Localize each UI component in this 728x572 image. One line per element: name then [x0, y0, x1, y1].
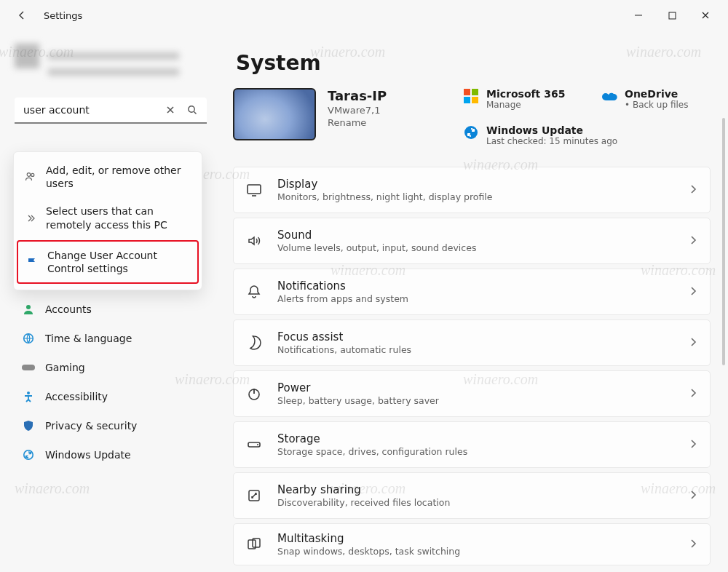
search-suggestion[interactable]: Add, edit, or remove other users: [14, 156, 202, 197]
x-icon: [166, 106, 175, 114]
settings-item-nearby[interactable]: Nearby sharingDiscoverability, received …: [233, 472, 711, 519]
settings-item-power[interactable]: PowerSleep, battery usage, battery saver: [233, 370, 711, 417]
suggestion-label: Select users that can remotely access th…: [46, 204, 191, 231]
settings-item-focus[interactable]: Focus assistNotifications, automatic rul…: [233, 319, 711, 366]
notifications-icon: [244, 282, 264, 302]
item-title: Storage: [277, 432, 689, 445]
device-name: Taras-IP: [328, 88, 387, 103]
nav-label: Gaming: [45, 362, 85, 373]
suggestion-label: Add, edit, or remove other users: [46, 164, 191, 190]
nav-label: Accessibility: [45, 391, 108, 402]
nav-item-accessibility[interactable]: Accessibility: [15, 383, 207, 410]
device-model: VMware7,1: [328, 105, 387, 116]
nav-list: Apps Accounts Time & language Gaming: [15, 266, 207, 469]
item-title: Power: [277, 381, 689, 394]
svg-point-1: [189, 106, 194, 112]
item-subtitle: Notifications, automatic rules: [277, 344, 689, 355]
window-maximize-button[interactable]: [655, 4, 689, 27]
item-subtitle: Monitors, brightness, night light, displ…: [277, 191, 689, 202]
chevron-right-icon: [689, 184, 697, 196]
globe-icon: [22, 332, 35, 345]
device-info: Taras-IP VMware7,1 Rename: [328, 88, 387, 128]
device-row: Taras-IP VMware7,1 Rename Mic: [233, 88, 711, 146]
svg-rect-9: [464, 89, 470, 95]
nav-label: Time & language: [45, 333, 132, 344]
nav-label: Privacy & security: [45, 420, 137, 432]
sidebar: Add, edit, or remove other users Select …: [0, 31, 215, 572]
suggestion-label: Change User Account Control settings: [47, 249, 190, 275]
multitask-icon: [244, 534, 264, 555]
chevron-right-icon: [689, 337, 697, 349]
window-close-button[interactable]: [689, 4, 722, 27]
update-icon: [463, 124, 479, 140]
settings-item-multitask[interactable]: MultitaskingSnap windows, desktops, task…: [233, 523, 711, 565]
flag-icon: [25, 255, 39, 269]
item-subtitle: Storage space, drives, configuration rul…: [277, 446, 689, 457]
svg-point-17: [257, 444, 258, 445]
settings-item-display[interactable]: DisplayMonitors, brightness, night light…: [233, 167, 711, 213]
nav-item-accounts[interactable]: Accounts: [15, 295, 207, 323]
nearby-icon: [244, 485, 264, 506]
settings-item-sound[interactable]: SoundVolume levels, output, input, sound…: [233, 218, 711, 264]
users-icon: [24, 170, 37, 183]
titlebar: Settings: [0, 0, 728, 31]
accounts-icon: [22, 303, 35, 316]
item-title: Notifications: [277, 279, 689, 293]
chevron-right-icon: [689, 439, 697, 451]
svg-rect-14: [248, 185, 261, 194]
chevron-right-icon: [689, 235, 697, 247]
search-suggestion-highlighted[interactable]: Change User Account Control settings: [17, 240, 199, 284]
main-content: System Taras-IP VMware7,1 Rename: [215, 31, 728, 572]
nav-item-privacy[interactable]: Privacy & security: [15, 412, 207, 440]
svg-rect-11: [464, 97, 470, 103]
item-subtitle: Sleep, battery usage, battery saver: [277, 395, 689, 406]
microsoft-365-icon: [463, 88, 479, 104]
item-subtitle: Discoverability, received files location: [277, 497, 689, 508]
sound-icon: [244, 231, 264, 251]
microsoft-365-tile[interactable]: Microsoft 365 Manage: [463, 88, 572, 110]
nav-label: Windows Update: [45, 449, 131, 461]
windows-update-tile[interactable]: Windows Update Last checked: 15 minutes …: [463, 124, 711, 146]
tile-title: Windows Update: [486, 124, 617, 136]
svg-point-2: [27, 173, 31, 177]
nav-item-windows-update[interactable]: Windows Update: [15, 441, 207, 469]
device-rename-link[interactable]: Rename: [328, 117, 387, 128]
item-subtitle: Snap windows, desktops, task switching: [277, 546, 689, 557]
svg-rect-0: [669, 12, 676, 19]
settings-item-storage[interactable]: StorageStorage space, drives, configurat…: [233, 421, 711, 468]
device-wallpaper-thumb[interactable]: [233, 88, 316, 140]
onedrive-tile[interactable]: OneDrive • Back up files: [601, 88, 711, 110]
tile-title: Microsoft 365: [486, 88, 565, 100]
search-box[interactable]: [15, 98, 207, 124]
maximize-icon: [668, 12, 676, 20]
scrollbar[interactable]: [722, 118, 725, 365]
remote-icon: [24, 212, 37, 225]
settings-item-notifications[interactable]: NotificationsAlerts from apps and system: [233, 269, 711, 315]
search-input[interactable]: [22, 103, 157, 116]
user-header-blurred: [15, 39, 189, 90]
item-subtitle: Volume levels, output, input, sound devi…: [277, 242, 689, 253]
back-arrow-icon: [16, 9, 28, 21]
back-button[interactable]: [10, 4, 33, 27]
gaming-icon: [22, 361, 35, 374]
window-minimize-button[interactable]: [622, 4, 655, 27]
svg-point-13: [464, 126, 478, 139]
search-clear-button[interactable]: [162, 101, 179, 119]
chevron-right-icon: [689, 286, 697, 298]
search-submit-button[interactable]: [183, 101, 201, 119]
item-title: Nearby sharing: [277, 483, 689, 496]
tile-subtitle: • Back up files: [625, 100, 688, 110]
search-suggestion[interactable]: Select users that can remotely access th…: [14, 197, 202, 238]
focus-icon: [244, 333, 264, 353]
svg-point-7: [27, 392, 30, 394]
nav-item-time-language[interactable]: Time & language: [15, 325, 207, 352]
nav-item-gaming[interactable]: Gaming: [15, 354, 207, 381]
svg-rect-12: [472, 97, 478, 103]
update-icon: [22, 448, 35, 461]
svg-point-8: [24, 450, 33, 459]
minimize-icon: [634, 11, 643, 20]
nav-label: Accounts: [45, 303, 92, 315]
tile-title: OneDrive: [625, 88, 688, 100]
tile-subtitle: Last checked: 15 minutes ago: [486, 136, 617, 146]
item-title: Display: [277, 178, 689, 191]
